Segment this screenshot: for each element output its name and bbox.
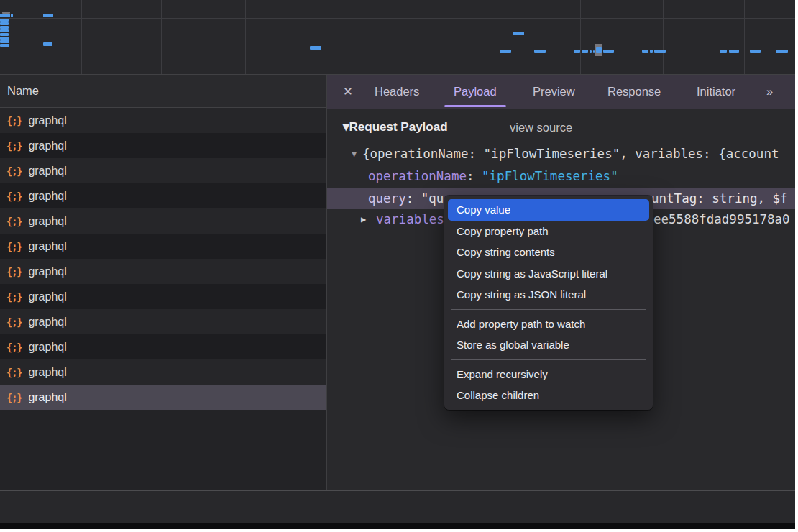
close-icon[interactable]: ✕ bbox=[343, 75, 353, 109]
overview-gridline-horizontal bbox=[0, 18, 795, 19]
waterfall-bar bbox=[0, 19, 9, 22]
request-payload-section[interactable]: ▾Request Payload view source bbox=[327, 119, 795, 136]
menu-item-expand-recursively[interactable]: Expand recursively bbox=[444, 364, 653, 385]
property-value-start: "qu bbox=[421, 191, 444, 206]
waterfall-bar bbox=[0, 29, 9, 32]
request-list-panel: Name {;}graphql{;}graphql{;}graphql{;}gr… bbox=[0, 75, 326, 529]
tab-payload[interactable]: Payload bbox=[454, 75, 497, 109]
waterfall-bar bbox=[593, 50, 595, 53]
overview-gridline bbox=[663, 0, 664, 74]
request-name: graphql bbox=[28, 265, 66, 278]
request-name: graphql bbox=[28, 114, 66, 127]
column-header-label: Name bbox=[7, 84, 39, 98]
view-source-link[interactable]: view source bbox=[510, 119, 572, 136]
menu-item-copy-string-contents[interactable]: Copy string contents bbox=[444, 242, 653, 263]
expand-arrow-icon[interactable]: ▼ bbox=[352, 145, 357, 163]
waterfall-bar bbox=[0, 44, 9, 47]
json-icon: {;} bbox=[6, 216, 22, 227]
waterfall-bar bbox=[43, 14, 53, 17]
json-icon: {;} bbox=[6, 191, 22, 202]
request-list-empty-area bbox=[0, 410, 326, 490]
overview-gridline bbox=[329, 0, 329, 74]
waterfall-bar bbox=[729, 50, 739, 53]
request-name: graphql bbox=[28, 240, 66, 253]
request-row[interactable]: {;}graphql bbox=[0, 334, 326, 359]
tab-initiator[interactable]: Initiator bbox=[697, 75, 735, 109]
waterfall-bar bbox=[0, 40, 9, 43]
waterfall-bar bbox=[582, 50, 588, 53]
payload-row-operation-name[interactable]: operationName: "ipFlowTimeseries" bbox=[327, 167, 795, 185]
tab-response[interactable]: Response bbox=[607, 75, 661, 109]
property-separator: : bbox=[406, 191, 421, 206]
tab-overflow-icon[interactable]: » bbox=[766, 75, 771, 109]
waterfall-bar bbox=[11, 14, 13, 17]
request-row[interactable]: {;}graphql bbox=[0, 284, 326, 309]
json-icon: {;} bbox=[6, 316, 22, 328]
request-row[interactable]: {;}graphql bbox=[0, 234, 326, 259]
request-row[interactable]: {;}graphql bbox=[0, 208, 326, 234]
menu-item-store-as-global-variable[interactable]: Store as global variable bbox=[444, 334, 653, 356]
overview-gridline bbox=[411, 0, 411, 74]
waterfall-bar bbox=[642, 50, 648, 53]
waterfall-bar bbox=[310, 46, 321, 50]
menu-item-copy-value[interactable]: Copy value bbox=[448, 199, 649, 221]
property-key: variables bbox=[376, 209, 444, 229]
request-name: graphql bbox=[28, 215, 66, 228]
request-row[interactable]: {;}graphql bbox=[0, 183, 326, 208]
payload-root-row[interactable]: ▼ {operationName: "ipFlowTimeseries", va… bbox=[327, 145, 795, 163]
waterfall-bar bbox=[590, 50, 592, 53]
request-row[interactable]: {;}graphql bbox=[0, 359, 326, 385]
property-value-fragment: untTag: string, $f bbox=[651, 188, 788, 209]
window-bottom-edge bbox=[0, 523, 795, 529]
menu-item-copy-property-path[interactable]: Copy property path bbox=[444, 221, 653, 242]
menu-item-copy-string-as-json-literal[interactable]: Copy string as JSON literal bbox=[444, 284, 653, 306]
request-name: graphql bbox=[28, 165, 66, 178]
section-collapse-arrow-icon[interactable]: ▾ bbox=[343, 120, 349, 134]
waterfall-bar bbox=[603, 50, 614, 53]
property-value: "ipFlowTimeseries" bbox=[482, 169, 618, 183]
property-value-fragment: ee5588fdad995178a0 bbox=[653, 209, 790, 229]
request-row[interactable]: {;}graphql bbox=[0, 133, 326, 158]
overview-gridline bbox=[497, 0, 497, 74]
waterfall-bar bbox=[0, 33, 9, 36]
overview-gridline bbox=[81, 0, 82, 74]
json-icon: {;} bbox=[6, 266, 22, 278]
overview-gridline bbox=[744, 0, 745, 74]
waterfall-bar bbox=[574, 50, 580, 53]
waterfall-bar bbox=[43, 42, 52, 46]
request-name: graphql bbox=[28, 366, 66, 379]
object-preview-text: {operationName: "ipFlowTimeseries", vari… bbox=[362, 145, 779, 163]
tab-headers[interactable]: Headers bbox=[375, 75, 419, 109]
property-key: operationName bbox=[368, 169, 467, 183]
overview-gridline bbox=[161, 0, 162, 74]
detail-tab-bar: ✕ » HeadersPayloadPreviewResponseInitiat… bbox=[327, 75, 795, 109]
request-row[interactable]: {;}graphql bbox=[0, 108, 326, 133]
request-row[interactable]: {;}graphql bbox=[0, 259, 326, 284]
json-icon: {;} bbox=[6, 392, 22, 403]
expand-arrow-icon[interactable]: ▶ bbox=[361, 209, 366, 229]
menu-item-collapse-children[interactable]: Collapse children bbox=[444, 385, 653, 406]
overview-gridline bbox=[245, 0, 246, 74]
json-icon: {;} bbox=[6, 291, 22, 303]
tab-preview[interactable]: Preview bbox=[533, 75, 575, 109]
waterfall-bar bbox=[596, 47, 602, 53]
column-header-name[interactable]: Name bbox=[0, 75, 326, 108]
summary-bar bbox=[0, 491, 795, 523]
request-row[interactable]: {;}graphql bbox=[0, 309, 326, 334]
request-name: graphql bbox=[28, 190, 66, 203]
request-name: graphql bbox=[28, 391, 66, 404]
menu-item-add-property-path-to-watch[interactable]: Add property path to watch bbox=[444, 313, 653, 335]
waterfall-bar bbox=[0, 14, 10, 17]
network-overview[interactable] bbox=[0, 0, 795, 75]
request-row[interactable]: {;}graphql bbox=[0, 385, 326, 410]
menu-item-copy-string-as-javascript-literal[interactable]: Copy string as JavaScript literal bbox=[444, 263, 653, 285]
request-row[interactable]: {;}graphql bbox=[0, 158, 326, 183]
waterfall-bar bbox=[654, 50, 666, 53]
json-icon: {;} bbox=[6, 341, 22, 353]
overview-gridline bbox=[580, 0, 581, 74]
menu-separator bbox=[451, 359, 646, 360]
waterfall-bar bbox=[650, 50, 653, 53]
devtools-window: Name {;}graphql{;}graphql{;}graphql{;}gr… bbox=[0, 0, 795, 529]
property-key: query bbox=[368, 191, 406, 206]
request-name: graphql bbox=[28, 290, 66, 303]
